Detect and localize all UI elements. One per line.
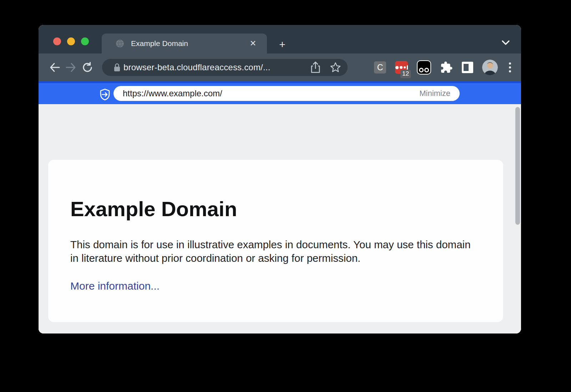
circle — [419, 68, 424, 72]
minimize-window-button[interactable] — [67, 37, 75, 45]
address-bar[interactable]: browser-beta.cloudflareaccess.com/... — [102, 59, 348, 76]
remote-url-text: https://www.example.com/ — [123, 88, 419, 98]
lock-icon[interactable] — [113, 63, 121, 72]
browser-toolbar: browser-beta.cloudflareaccess.com/... C … — [39, 54, 521, 81]
content-card: Example Domain This domain is for use in… — [48, 160, 503, 322]
share-icon[interactable] — [310, 61, 320, 73]
bar — [407, 65, 408, 70]
window-controls — [53, 37, 89, 45]
extension-black-circles-icon[interactable] — [417, 60, 431, 75]
address-bar-actions — [310, 61, 341, 73]
dot — [400, 66, 403, 69]
extension-red-dots-icon[interactable]: 12 — [395, 61, 408, 74]
page-title: Example Domain — [70, 197, 481, 221]
profile-avatar[interactable] — [482, 60, 498, 75]
globe-icon — [115, 39, 125, 48]
browser-window: Example Domain ✕ + — [39, 25, 521, 334]
remote-url-field[interactable]: https://www.example.com/ Minimize — [113, 86, 460, 101]
new-tab-button[interactable]: + — [276, 39, 288, 51]
extensions-puzzle-icon[interactable] — [440, 61, 453, 74]
forward-arrow-icon — [65, 62, 77, 73]
close-tab-icon[interactable]: ✕ — [247, 37, 259, 50]
back-button[interactable] — [46, 59, 63, 76]
more-information-link[interactable]: More information... — [70, 280, 160, 292]
scrollbar-thumb[interactable] — [515, 107, 520, 225]
browser-menu-icon[interactable] — [507, 61, 513, 74]
shield-arrow-icon — [100, 88, 110, 101]
tab-strip: Example Domain ✕ + — [39, 25, 521, 54]
remote-browser-banner: https://www.example.com/ Minimize — [39, 81, 521, 104]
reload-button[interactable] — [79, 59, 96, 76]
tab-title: Example Domain — [131, 39, 247, 48]
address-url-text: browser-beta.cloudflareaccess.com/... — [123, 62, 307, 72]
bookmark-star-icon[interactable] — [330, 62, 341, 73]
close-window-button[interactable] — [53, 37, 61, 45]
circle — [424, 68, 429, 72]
reload-icon — [82, 62, 93, 73]
side-panel-icon[interactable] — [462, 62, 473, 73]
extensions-area: C 12 — [357, 60, 513, 75]
browser-tab[interactable]: Example Domain ✕ — [102, 34, 267, 54]
chevron-down-icon[interactable] — [500, 39, 511, 46]
minimize-banner-button[interactable]: Minimize — [419, 89, 450, 98]
notification-badge: 12 — [400, 70, 411, 78]
extension-c-icon[interactable]: C — [374, 61, 386, 73]
page-paragraph: This domain is for use in illustrative e… — [70, 238, 481, 265]
page-viewport: Example Domain This domain is for use in… — [39, 104, 521, 334]
maximize-window-button[interactable] — [81, 37, 89, 45]
forward-button[interactable] — [63, 59, 79, 76]
dot — [395, 66, 399, 69]
back-arrow-icon — [49, 62, 61, 73]
dot — [404, 66, 406, 68]
